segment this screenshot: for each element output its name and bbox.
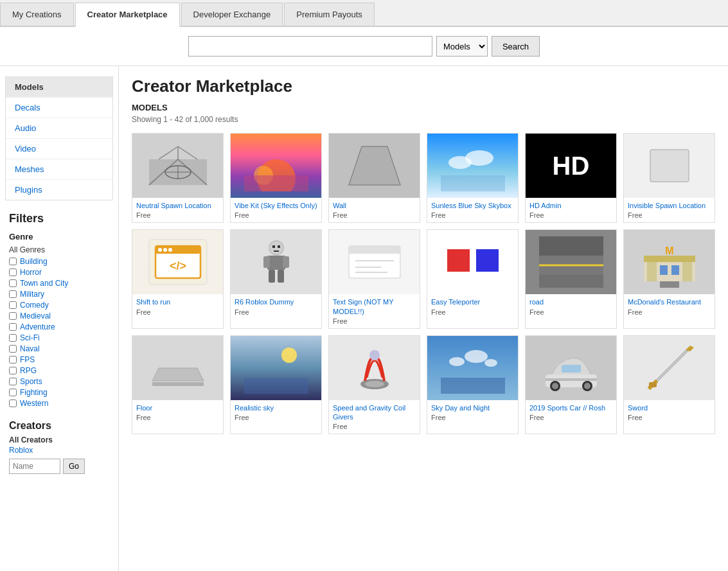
filter-town-city-checkbox[interactable] [9,279,17,287]
filter-military-label: Military [20,290,44,299]
tab-developer-exchange[interactable]: Developer Exchange [181,3,283,26]
tab-bar: My Creations Creator Marketplace Develop… [0,0,728,27]
item-card-7[interactable]: </> Shift to run Free [132,229,224,329]
filter-horror-label: Horror [20,268,42,277]
filter-medieval-label: Medieval [20,312,51,321]
filter-medieval-checkbox[interactable] [9,312,17,320]
item-price-7: Free [136,308,219,316]
item-info-13: Floor Free [132,400,223,425]
item-price-3: Free [333,211,416,219]
filter-fps[interactable]: FPS [9,355,109,364]
search-button[interactable]: Search [492,36,540,57]
item-thumb-14 [231,336,321,400]
item-card-11[interactable]: road Free [525,229,617,329]
items-grid: Neutral Spawn Location Free Vibe Kit (Sk… [132,133,715,434]
filter-fps-label: FPS [20,355,35,364]
search-input[interactable] [188,36,432,57]
item-name-8: R6 Roblox Dummy [235,297,317,306]
sidebar-item-audio[interactable]: Audio [6,118,112,139]
item-card-5[interactable]: HD HD Admin Free [525,133,617,223]
item-card-14[interactable]: Realistic sky Free [230,335,322,435]
svg-rect-54 [647,262,657,281]
item-thumb-9 [329,230,420,294]
svg-rect-70 [441,378,505,394]
item-thumb-13 [132,336,223,400]
filter-adventure[interactable]: Adventure [9,322,109,331]
filter-western-checkbox[interactable] [9,400,17,407]
filter-sports-label: Sports [20,377,42,386]
svg-rect-55 [682,262,692,281]
filter-rpg-checkbox[interactable] [9,367,17,374]
item-thumb-18 [624,336,715,400]
item-card-17[interactable]: 2019 Sports Car // Rosh Free [525,335,617,435]
item-name-18: Sword [628,403,711,412]
category-dropdown[interactable]: Models Decals Audio Video Meshes Plugins [436,36,488,57]
filter-medieval[interactable]: Medieval [9,312,109,321]
svg-point-73 [484,359,497,367]
svg-rect-67 [369,350,380,360]
item-card-9[interactable]: Text Sign (NOT MY MODEL!!) Free [328,229,420,329]
filter-western-label: Western [20,399,48,408]
filter-scifi-checkbox[interactable] [9,334,17,342]
filter-town-and-city[interactable]: Town and City [9,279,109,288]
item-name-14: Realistic sky [235,403,317,412]
filter-naval-checkbox[interactable] [9,345,17,353]
sidebar-item-models[interactable]: Models [6,77,112,98]
sidebar-item-plugins[interactable]: Plugins [6,180,112,200]
item-card-4[interactable]: Sunless Blue Sky Skybox Free [427,133,519,223]
filter-sports-checkbox[interactable] [9,378,17,385]
item-card-10[interactable]: Easy Teleporter Free [427,229,519,329]
filter-horror-checkbox[interactable] [9,268,17,276]
filter-military[interactable]: Military [9,290,109,299]
item-card-1[interactable]: Neutral Spawn Location Free [132,133,224,223]
filter-scifi[interactable]: Sci-Fi [9,333,109,342]
filter-fps-checkbox[interactable] [9,356,17,364]
creators-roblox[interactable]: Roblox [9,446,109,455]
svg-rect-50 [539,275,603,288]
item-card-6[interactable]: Invisible Spawn Location Free [623,133,715,223]
filter-fighting-checkbox[interactable] [9,389,17,396]
filter-comedy-checkbox[interactable] [9,301,17,309]
item-name-11: road [529,297,612,306]
item-info-5: HD Admin Free [526,198,616,222]
filter-building-checkbox[interactable] [9,258,17,265]
svg-rect-46 [476,249,499,272]
item-info-17: 2019 Sports Car // Rosh Free [526,400,616,425]
item-card-3[interactable]: Wall Free [328,133,420,223]
item-card-15[interactable]: Speed and Gravity Coil Givers Free [328,335,420,435]
item-price-16: Free [431,414,514,421]
svg-rect-79 [562,365,581,373]
filter-fighting[interactable]: Fighting [9,388,109,397]
item-price-18: Free [628,414,711,421]
svg-marker-14 [349,146,400,185]
item-name-12: McDonald's Restaurant [628,297,711,306]
filter-comedy[interactable]: Comedy [9,301,109,310]
item-card-8[interactable]: R6 Roblox Dummy Free [230,229,322,329]
item-card-18[interactable]: Sword Free [623,335,715,435]
item-card-13[interactable]: Floor Free [132,335,224,435]
creator-name-input[interactable] [9,459,60,474]
filter-horror[interactable]: Horror [9,268,109,277]
svg-line-5 [159,146,178,159]
filter-adventure-checkbox[interactable] [9,323,17,331]
filter-western[interactable]: Western [9,399,109,408]
item-card-12[interactable]: M McDonald's Restaurant Free [623,229,715,329]
filter-naval[interactable]: Naval [9,344,109,353]
tab-creator-marketplace[interactable]: Creator Marketplace [75,3,180,27]
svg-rect-37 [272,245,275,248]
item-card-16[interactable]: Sky Day and Night Free [427,335,519,435]
sidebar-item-meshes[interactable]: Meshes [6,159,112,180]
tab-my-creations[interactable]: My Creations [0,3,74,26]
search-bar: Models Decals Audio Video Meshes Plugins… [0,27,728,66]
filter-sports[interactable]: Sports [9,377,109,386]
tab-premium-payouts[interactable]: Premium Payouts [284,3,375,26]
filter-military-checkbox[interactable] [9,290,17,298]
sidebar-item-decals[interactable]: Decals [6,98,112,118]
item-thumb-10 [427,230,518,294]
item-card-2[interactable]: Vibe Kit (Sky Effects Only) Free [230,133,322,223]
svg-marker-60 [152,368,204,381]
sidebar-item-video[interactable]: Video [6,139,112,159]
creator-go-button[interactable]: Go [63,459,85,474]
filter-building[interactable]: Building [9,257,109,266]
filter-rpg[interactable]: RPG [9,366,109,375]
